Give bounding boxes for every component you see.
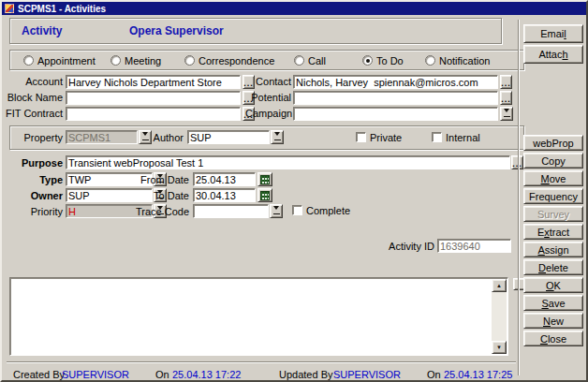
survey-button: Survey [523, 206, 583, 222]
email-button[interactable]: Email [523, 24, 583, 43]
attach-button[interactable]: Attach [523, 45, 583, 64]
updated-by-value: SUPERVISOR [333, 369, 401, 381]
private-label: Private [370, 132, 402, 144]
scroll-up-icon: ▲ [496, 283, 502, 288]
save-button[interactable]: Save [523, 295, 583, 311]
activity-id-label: Activity ID [374, 241, 434, 253]
author-dropdown-button[interactable] [271, 130, 284, 144]
potential-lookup-button[interactable]: ... [500, 91, 512, 105]
internal-label: Internal [446, 132, 480, 144]
radio-icon [362, 55, 373, 66]
scroll-down-button[interactable]: ▼ [492, 341, 507, 354]
activity-type-radio-call[interactable]: Call [294, 54, 326, 66]
purpose-input[interactable] [66, 155, 510, 169]
header-panel: Activity Opera Supervisor [9, 18, 502, 44]
author-label: Author [142, 132, 184, 144]
campaign-label: Campaign [245, 108, 291, 120]
trace-code-input[interactable] [193, 204, 269, 218]
extract-button[interactable]: Extract [523, 224, 583, 240]
ok-button[interactable]: OK [523, 277, 583, 293]
potential-input[interactable] [293, 91, 498, 105]
form-title: Activity [22, 24, 62, 37]
author-input[interactable] [187, 130, 270, 144]
complete-label: Complete [306, 205, 350, 217]
radio-label: Appointment [37, 55, 96, 66]
block-name-label: Block Name [4, 92, 63, 104]
lov-arrow-icon [504, 109, 510, 117]
to-date-input[interactable] [193, 188, 256, 202]
owner-label: Owner [4, 190, 63, 202]
ellipsis-icon: ... [501, 80, 511, 88]
calendar-icon [260, 191, 270, 200]
radio-icon [425, 55, 435, 66]
footer-separator [7, 361, 516, 363]
activity-type-radio-appointment[interactable]: Appointment [23, 54, 96, 66]
trace-code-dropdown-button[interactable] [270, 204, 283, 218]
radio-icon [184, 55, 195, 66]
account-input[interactable] [66, 75, 241, 89]
from-date-input[interactable] [193, 172, 256, 186]
account-label: Account [4, 76, 63, 88]
assign-button[interactable]: Assign [523, 242, 583, 257]
created-by-label: Created By [13, 369, 65, 381]
created-on-label: On [155, 369, 169, 381]
frequency-button[interactable]: Frequency [523, 188, 583, 204]
move-button[interactable]: Move [523, 170, 583, 186]
notes-scrollbar[interactable]: ▲ ▼ [492, 279, 507, 354]
property-input [66, 130, 138, 144]
radio-icon [110, 55, 121, 66]
purpose-label: Purpose [4, 157, 63, 169]
to-date-label: To Date [124, 190, 189, 202]
type-label: Type [4, 174, 63, 186]
form-client-area: Activity Opera Supervisor AppointmentMee… [4, 16, 584, 379]
property-label: Property [4, 132, 63, 144]
radio-label: Call [308, 55, 326, 66]
activity-type-radio-notification[interactable]: Notification [425, 54, 490, 66]
lov-arrow-icon [274, 132, 281, 140]
contact-input[interactable] [293, 75, 498, 89]
main-action-buttons: webPropCopyMoveFrequencySurveyExtractAss… [523, 135, 583, 346]
delete-button[interactable]: Delete [523, 259, 583, 275]
radio-label: Notification [439, 55, 490, 66]
vertical-separator [518, 20, 520, 375]
webprop-button[interactable]: webProp [523, 135, 583, 151]
activities-window: SCPMS1 - Activities Activity Opera Super… [0, 0, 588, 382]
fit-contract-label: FIT Contract [4, 108, 63, 120]
created-by-value: SUPERVISOR [62, 369, 129, 381]
block-name-input[interactable] [66, 91, 241, 105]
internal-checkbox[interactable] [432, 132, 442, 142]
scroll-up-button[interactable]: ▲ [492, 279, 507, 292]
new-button[interactable]: New [523, 313, 583, 329]
notes-box: ▲ ▼ [9, 277, 508, 356]
updated-by-label: Updated By [279, 369, 332, 381]
potential-label: Potential [250, 92, 291, 104]
activity-type-radio-to-do[interactable]: To Do [362, 54, 404, 66]
radio-label: Correspondence [198, 55, 274, 66]
campaign-input[interactable] [293, 107, 498, 121]
activity-type-group: AppointmentMeetingCorrespondenceCallTo D… [9, 50, 524, 70]
radio-icon [294, 55, 304, 66]
contact-label: Contact [250, 76, 291, 88]
activity-type-radio-correspondence[interactable]: Correspondence [184, 54, 274, 66]
radio-label: To Do [376, 55, 404, 66]
copy-button[interactable]: Copy [523, 153, 583, 169]
fit-contract-input[interactable] [66, 107, 241, 121]
close-button[interactable]: Close [523, 331, 583, 346]
priority-label: Priority [4, 206, 63, 218]
from-date-calendar-button[interactable] [257, 172, 272, 186]
calendar-icon [260, 175, 270, 184]
radio-icon [23, 55, 34, 66]
updated-on-label: On [427, 369, 441, 381]
window-title: SCPMS1 - Activities [18, 4, 106, 14]
activity-type-radio-meeting[interactable]: Meeting [110, 54, 161, 66]
titlebar[interactable]: SCPMS1 - Activities [2, 2, 586, 15]
private-checkbox[interactable] [356, 132, 366, 142]
campaign-dropdown-button[interactable] [500, 107, 513, 121]
ellipsis-icon: ... [501, 96, 511, 104]
complete-checkbox[interactable] [292, 205, 302, 215]
contact-lookup-button[interactable]: ... [500, 75, 512, 89]
notes-input[interactable] [11, 279, 491, 354]
created-on-value: 25.04.13 17:22 [172, 369, 241, 381]
from-date-label: From Date [124, 174, 189, 186]
to-date-calendar-button[interactable] [257, 188, 272, 202]
